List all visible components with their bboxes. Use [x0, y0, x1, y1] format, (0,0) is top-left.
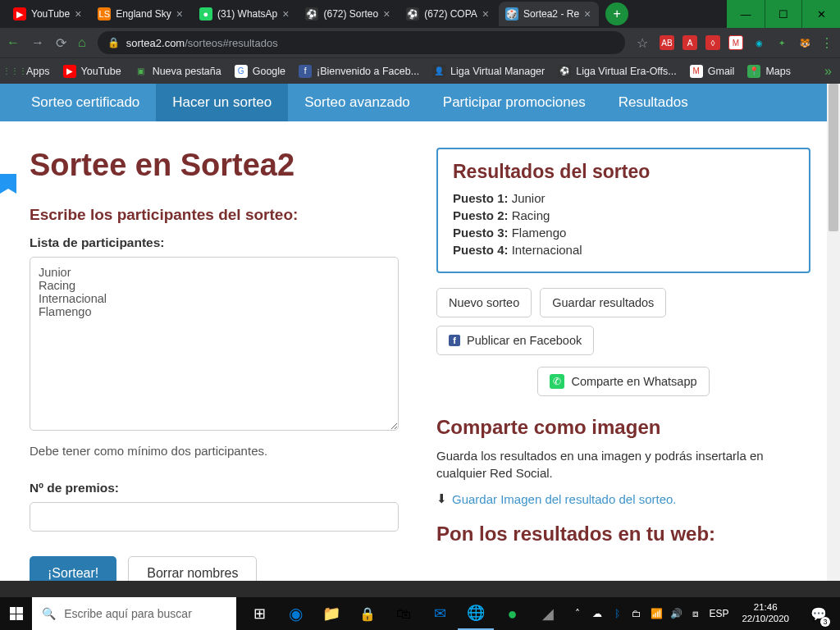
new-tab-button[interactable]: + — [605, 2, 628, 25]
site-nav-item[interactable]: Sorteo avanzado — [288, 84, 427, 121]
dropbox-tray-icon[interactable]: ⧈ — [689, 607, 702, 620]
back-icon[interactable]: ← — [7, 35, 20, 50]
tab-close-icon[interactable]: × — [176, 7, 183, 21]
adblock-extension-icon[interactable]: A — [682, 35, 697, 50]
hint-text: Debe tener como mínimo dos participantes… — [30, 444, 399, 458]
tab-close-icon[interactable]: × — [482, 7, 489, 21]
star-icon[interactable]: ☆ — [637, 35, 648, 51]
window-maximize-button[interactable]: ☐ — [765, 0, 802, 28]
notifications-icon[interactable]: 💬 3 — [802, 597, 835, 630]
wifi-tray-icon[interactable]: 📶 — [650, 607, 663, 620]
bookmarks-bar: ⋮⋮⋮Apps▶YouTube▣Nueva pestañaGGooglef¡Bi… — [0, 57, 840, 84]
borrar-button[interactable]: Borrar nombres — [128, 556, 257, 581]
bookmark-item[interactable]: ⚽Liga Virtual Era-Offs... — [558, 65, 677, 78]
url-path: /sorteos#resultados — [185, 37, 277, 49]
abp-extension-icon[interactable]: AB — [660, 35, 674, 50]
circle-extension-icon[interactable]: ◉ — [751, 35, 766, 50]
list-label: Lista de participantes: — [30, 235, 399, 250]
site-nav-item[interactable]: Hacer un sorteo — [156, 84, 288, 121]
window-controls: — ☐ ✕ — [727, 0, 840, 28]
spotify-taskbar-icon[interactable]: ● — [494, 597, 530, 630]
share-heading: Comparte como imagen — [436, 416, 810, 439]
bluetooth-tray-icon[interactable]: ᛒ — [610, 607, 623, 620]
profile-avatar-icon[interactable]: 🐯 — [797, 35, 812, 50]
chrome-taskbar-icon[interactable]: 🌐 — [458, 597, 494, 630]
window-close-button[interactable]: ✕ — [802, 0, 840, 28]
volume-tray-icon[interactable]: 🔊 — [669, 607, 682, 620]
tab-close-icon[interactable]: × — [282, 7, 289, 21]
edge-taskbar-icon[interactable]: ◉ — [277, 597, 313, 630]
lock-icon: 🔒 — [107, 37, 120, 48]
mcafee-extension-icon[interactable]: M — [728, 35, 743, 50]
pocket-extension-icon[interactable]: ◊ — [705, 35, 720, 50]
guardar-resultados-button[interactable]: Guardar resultados — [540, 288, 666, 317]
prizes-input[interactable] — [30, 502, 399, 532]
store-taskbar-icon[interactable]: 🛍 — [386, 597, 422, 630]
extensions-icon[interactable]: ✦ — [774, 35, 789, 50]
bookmarks-overflow-icon[interactable]: » — [824, 64, 832, 79]
page-scrollbar[interactable] — [827, 84, 840, 581]
sortear-button[interactable]: ¡Sortear! — [30, 556, 116, 581]
results-box: Resultados del sorteo Puesto 1: JuniorPu… — [436, 148, 810, 273]
lock-taskbar-icon[interactable]: 🔒 — [349, 597, 386, 630]
app-taskbar-icon[interactable]: ◢ — [530, 597, 566, 630]
explorer-taskbar-icon[interactable]: 📁 — [313, 597, 349, 630]
menu-icon[interactable]: ⋮ — [820, 35, 833, 51]
bookmark-item[interactable]: ⋮⋮⋮Apps — [8, 65, 50, 78]
language-indicator[interactable]: ESP — [709, 608, 728, 619]
taskbar-search[interactable]: 🔍 Escribe aquí para buscar — [32, 597, 236, 630]
nuevo-sorteo-button[interactable]: Nuevo sorteo — [436, 288, 532, 317]
start-button[interactable] — [0, 597, 32, 630]
bookmark-item[interactable]: 📍Maps — [747, 65, 791, 78]
bookmark-item[interactable]: ▶YouTube — [63, 65, 121, 78]
bookmark-item[interactable]: ▣Nueva pestaña — [135, 65, 221, 78]
result-line: Puesto 3: Flamengo — [453, 226, 794, 240]
whatsapp-icon: ✆ — [550, 374, 564, 389]
tab-close-icon[interactable]: × — [383, 7, 390, 21]
save-image-link[interactable]: ⬇Guardar Imagen del resultado del sorteo… — [436, 491, 677, 506]
facebook-icon: f — [449, 335, 460, 346]
results-title: Resultados del sorteo — [453, 161, 794, 183]
site-nav-item[interactable]: Sorteo certificado — [15, 84, 156, 121]
bookmark-item[interactable]: f¡Bienvenido a Faceb... — [299, 65, 419, 78]
onedrive-tray-icon[interactable]: ☁ — [591, 607, 604, 620]
result-line: Puesto 1: Junior — [453, 191, 794, 205]
participants-textarea[interactable] — [30, 257, 399, 431]
taskbar-clock[interactable]: 21:46 22/10/2020 — [735, 602, 796, 625]
share-paragraph: Guarda los resultados en una imagen y po… — [436, 447, 810, 482]
browser-tab[interactable]: 🎲Sortea2 - Re× — [499, 2, 599, 26]
comparte-whatsapp-button[interactable]: ✆Comparte en Whatsapp — [537, 367, 709, 396]
window-minimize-button[interactable]: — — [727, 0, 765, 28]
task-view-icon[interactable]: ⊞ — [241, 597, 277, 630]
reload-icon[interactable]: ⟳ — [56, 35, 66, 51]
bookmark-item[interactable]: 👤Liga Virtual Manager — [432, 65, 545, 78]
url-domain: sortea2.com — [126, 37, 185, 49]
forward-icon[interactable]: → — [31, 35, 44, 50]
tray-chevron-icon[interactable]: ˄ — [571, 607, 584, 620]
url-input[interactable]: 🔒 sortea2.com/sorteos#resultados — [98, 31, 625, 54]
tab-close-icon[interactable]: × — [584, 7, 591, 21]
browser-tab[interactable]: ●(31) WhatsAp× — [193, 2, 298, 26]
site-nav-item[interactable]: Resultados — [602, 84, 705, 121]
browser-tab[interactable]: LSEngland Sky× — [91, 2, 191, 26]
browser-tab[interactable]: ⚽(672) COPA× — [399, 2, 497, 26]
search-placeholder: Escribe aquí para buscar — [64, 607, 192, 620]
site-nav-item[interactable]: Participar promociones — [427, 84, 602, 121]
home-icon[interactable]: ⌂ — [78, 35, 86, 50]
bookmark-item[interactable]: GGoogle — [235, 65, 285, 78]
tab-close-icon[interactable]: × — [75, 7, 81, 21]
mail-taskbar-icon[interactable]: ✉ — [422, 597, 458, 630]
web-heading: Pon los resultados en tu web: — [436, 523, 810, 546]
system-tray: ˄ ☁ ᛒ 🗀 📶 🔊 ⧈ ESP 21:46 22/10/2020 💬 3 — [566, 597, 840, 630]
publicar-facebook-button[interactable]: fPublicar en Facebook — [436, 326, 594, 355]
address-bar: ← → ⟳ ⌂ 🔒 sortea2.com/sorteos#resultados… — [0, 28, 840, 57]
search-icon: 🔍 — [42, 607, 56, 620]
bookmark-item[interactable]: MGmail — [690, 65, 735, 78]
battery-tray-icon[interactable]: 🗀 — [630, 607, 643, 620]
site-nav: Sorteo certificadoHacer un sorteoSorteo … — [0, 84, 840, 121]
result-line: Puesto 4: Internacional — [453, 243, 794, 257]
download-icon: ⬇ — [436, 491, 447, 506]
browser-tab[interactable]: ▶YouTube× — [7, 2, 89, 26]
participants-heading: Escribe los participantes del sorteo: — [30, 206, 399, 224]
browser-tab[interactable]: ⚽(672) Sorteo× — [299, 2, 398, 26]
